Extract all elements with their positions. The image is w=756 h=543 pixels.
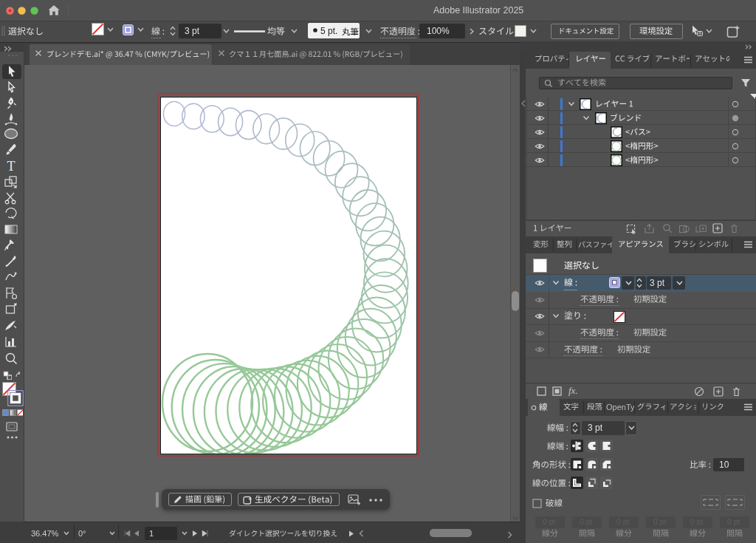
svg-text:T: T [7,159,16,174]
